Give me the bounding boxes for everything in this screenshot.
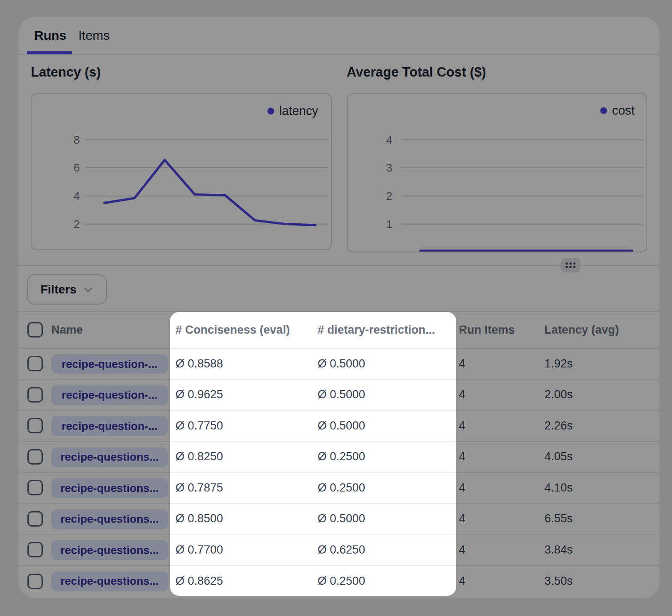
run-name-badge[interactable]: recipe-question-... [51,354,168,374]
run-items-value: 4 [459,380,465,410]
tab-bar: Runs Items [19,17,659,55]
column-header-latency-avg: Latency (avg) [544,312,619,348]
dietary-value: Ø 0.2500 [318,473,365,503]
y-tick-label: 2 [386,190,392,202]
select-all-checkbox[interactable] [27,322,43,338]
table-row[interactable]: recipe-questions... Ø 0.7700 Ø 0.6250 4 … [19,535,659,566]
cost-chart: 4 3 2 1 cost [347,93,647,252]
y-tick-label: 2 [74,218,80,231]
conciseness-value: Ø 0.7700 [175,535,223,565]
latency-value: 4.10s [544,473,573,503]
conciseness-value: Ø 0.7750 [175,411,223,441]
runs-table: Name # Conciseness (eval) # dietary-rest… [19,311,659,597]
y-tick-label: 4 [74,190,80,202]
dietary-value: Ø 0.5000 [318,380,365,410]
run-name-label: recipe-questions... [60,450,159,464]
run-items-value: 4 [459,442,465,472]
tab-runs[interactable]: Runs [34,17,66,54]
table-row[interactable]: recipe-question-... Ø 0.9625 Ø 0.5000 4 … [19,380,659,411]
y-tick-label: 8 [74,133,80,146]
run-name-label: recipe-questions... [60,575,159,588]
table-row[interactable]: recipe-questions... Ø 0.7875 Ø 0.2500 4 … [19,473,659,504]
run-name-label: recipe-question-... [62,358,158,371]
row-checkbox[interactable] [27,511,43,527]
latency-series-line [104,160,315,225]
row-checkbox[interactable] [27,418,43,433]
latency-value: 3.84s [544,535,573,565]
run-name-label: recipe-question-... [62,420,158,433]
dietary-value: Ø 0.2500 [318,442,365,472]
row-checkbox[interactable] [27,480,43,495]
run-name-badge[interactable]: recipe-question-... [51,385,168,405]
panel-resize-handle[interactable] [561,258,580,272]
y-tick-label: 6 [74,161,80,174]
run-items-value: 4 [459,566,465,597]
runs-panel: Runs Items Latency (s) Average Total Cos… [19,17,659,598]
table-row[interactable]: recipe-questions... Ø 0.8500 Ø 0.5000 4 … [19,504,659,535]
run-name-badge[interactable]: recipe-questions... [51,509,168,529]
legend-dot-latency [268,108,274,115]
dietary-value: Ø 0.5000 [318,504,365,534]
grip-dots-icon [561,258,580,272]
dietary-value: Ø 0.2500 [318,566,365,597]
latency-chart: 8 6 4 2 latency [31,93,332,250]
legend-label-latency: latency [279,104,318,118]
table-row[interactable]: recipe-questions... Ø 0.8250 Ø 0.2500 4 … [19,442,659,473]
run-name-badge[interactable]: recipe-questions... [51,447,168,467]
column-header-name: Name [51,312,83,348]
table-row[interactable]: recipe-question-... Ø 0.8588 Ø 0.5000 4 … [19,349,659,380]
legend-dot-cost [600,107,607,114]
conciseness-value: Ø 0.9625 [175,380,223,410]
run-name-label: recipe-questions... [60,544,159,557]
run-items-value: 4 [459,349,465,379]
active-tab-indicator [27,51,72,54]
filters-label: Filters [40,283,76,296]
run-items-value: 4 [459,535,465,565]
legend-label-cost: cost [612,104,635,117]
dietary-value: Ø 0.6250 [318,535,365,565]
conciseness-value: Ø 0.8500 [175,504,223,534]
row-checkbox[interactable] [27,449,43,465]
row-checkbox[interactable] [27,356,43,371]
conciseness-value: Ø 0.8625 [175,566,223,597]
conciseness-value: Ø 0.8250 [175,442,223,472]
filters-button[interactable]: Filters [27,274,107,305]
column-header-run-items: Run Items [459,312,515,348]
run-name-badge[interactable]: recipe-questions... [51,540,168,560]
y-tick-label: 4 [386,133,392,146]
run-name-badge[interactable]: recipe-questions... [51,478,168,498]
column-header-conciseness: # Conciseness (eval) [175,312,290,348]
run-items-value: 4 [459,411,465,441]
row-checkbox[interactable] [27,387,43,403]
run-items-value: 4 [459,473,465,503]
conciseness-value: Ø 0.7875 [175,473,223,503]
conciseness-value: Ø 0.8588 [175,349,223,379]
table-header: Name # Conciseness (eval) # dietary-rest… [19,312,659,349]
dietary-value: Ø 0.5000 [318,349,365,379]
run-name-label: recipe-questions... [60,482,159,495]
latency-chart-title: Latency (s) [31,64,101,81]
chevron-down-icon [83,284,94,295]
run-name-label: recipe-questions... [60,512,159,526]
column-header-dietary-restriction: # dietary-restriction... [318,312,435,348]
latency-value: 6.55s [544,504,573,534]
run-name-badge[interactable]: recipe-question-... [51,416,168,436]
run-items-value: 4 [459,504,465,534]
latency-value: 2.26s [544,411,573,441]
latency-value: 3.50s [544,566,573,597]
row-checkbox[interactable] [27,542,43,557]
tab-items[interactable]: Items [78,17,110,54]
table-row[interactable]: recipe-question-... Ø 0.7750 Ø 0.5000 4 … [19,411,659,442]
run-name-badge[interactable]: recipe-questions... [51,572,168,591]
table-row[interactable]: recipe-questions... Ø 0.8625 Ø 0.2500 4 … [19,566,659,597]
cost-chart-svg: 4 3 2 1 cost [348,94,646,252]
row-checkbox[interactable] [27,574,43,589]
y-tick-label: 3 [386,161,392,174]
latency-chart-svg: 8 6 4 2 latency [32,94,331,249]
cost-chart-title: Average Total Cost ($) [347,64,486,81]
dietary-value: Ø 0.5000 [318,411,365,441]
latency-value: 4.05s [544,442,573,472]
run-name-label: recipe-question-... [62,388,158,402]
latency-value: 1.92s [544,349,573,379]
latency-value: 2.00s [544,380,573,410]
